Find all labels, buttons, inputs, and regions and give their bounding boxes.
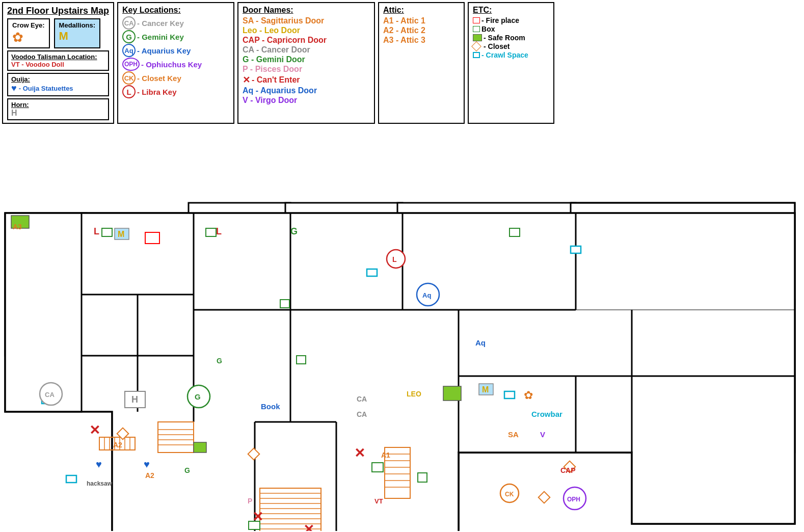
svg-rect-62 <box>443 386 461 401</box>
legend-crow-eye: 2nd Floor Upstairs Map Crow Eye: ✿ Medal… <box>2 2 114 124</box>
door-v: V - Virgo Door <box>243 96 370 105</box>
svg-text:CA: CA <box>357 410 367 418</box>
crow-eye-icon: ✿ <box>12 30 45 45</box>
svg-text:A1: A1 <box>381 451 390 459</box>
svg-rect-68 <box>102 228 112 236</box>
svg-rect-72 <box>372 463 383 472</box>
ouija-label: Ouija: <box>11 75 105 83</box>
svg-text:P: P <box>248 497 252 505</box>
aq-label: - Aquarius Key <box>137 46 191 55</box>
svg-text:CK: CK <box>505 491 514 498</box>
svg-text:SA: SA <box>508 430 519 439</box>
svg-rect-73 <box>418 473 427 482</box>
svg-text:A2: A2 <box>145 471 154 480</box>
l-circle: L <box>122 85 136 98</box>
svg-text:M: M <box>118 230 124 238</box>
svg-text:G: G <box>195 392 201 401</box>
svg-text:G: G <box>184 466 190 474</box>
horn-value: H <box>11 109 105 118</box>
svg-rect-69 <box>206 228 216 236</box>
fireplace-label: - Fire place <box>481 16 519 24</box>
oph-label: - Ophiuchus Key <box>141 60 202 69</box>
svg-text:G: G <box>217 357 222 365</box>
svg-rect-64 <box>66 475 76 483</box>
svg-text:Crowbar: Crowbar <box>531 410 562 418</box>
svg-text:✕: ✕ <box>303 522 314 531</box>
svg-text:CA: CA <box>357 395 367 403</box>
g-label: - Gemini Key <box>137 33 184 41</box>
svg-text:LEO: LEO <box>407 390 421 398</box>
svg-text:✕: ✕ <box>89 422 100 438</box>
svg-text:H: H <box>131 394 138 405</box>
door-cap: CAP - Capricorn Door <box>243 36 370 45</box>
door-sa: SA - Sagittarius Door <box>243 16 370 25</box>
key-ck: CK - Closet Key <box>122 71 229 85</box>
key-locations-title: Key Locations: <box>122 6 229 15</box>
voodoo-value: VT - Voodoo Doll <box>11 61 105 68</box>
svg-text:L: L <box>392 255 397 263</box>
svg-text:VT: VT <box>374 497 383 505</box>
etc-fireplace: - Fire place <box>473 16 549 24</box>
box-label: Box <box>481 25 495 33</box>
svg-text:A3: A3 <box>13 223 22 231</box>
door-leo: Leo - Leo Door <box>243 26 370 35</box>
door-g: G - Gemini Door <box>243 55 370 64</box>
svg-text:Aq: Aq <box>475 338 486 347</box>
key-g: G - Gemini Key <box>122 30 229 43</box>
svg-text:Aq: Aq <box>422 291 431 299</box>
attic-3: A3 - Attic 3 <box>383 36 460 45</box>
horn-box: Horn: H <box>7 98 109 120</box>
safe-room-label: - Safe Room <box>484 34 525 42</box>
medallions-value: M <box>59 30 96 43</box>
svg-text:CAP: CAP <box>560 466 576 474</box>
door-ca: CA - Cancer Door <box>243 45 370 55</box>
ouija-box: Ouija: ♥ - Ouija Statuettes <box>7 73 109 96</box>
ouija-value: ♥ - Ouija Statuettes <box>11 83 105 94</box>
voodoo-box: Voodoo Talisman Location: VT - Voodoo Do… <box>7 50 109 71</box>
ca-circle: CA <box>122 16 136 30</box>
svg-rect-127 <box>194 442 206 453</box>
svg-text:A2: A2 <box>113 441 122 449</box>
svg-text:CA: CA <box>45 391 55 398</box>
door-p: P - Pisces Door <box>243 65 370 74</box>
closet-icon <box>471 41 481 51</box>
oph-circle: OPH <box>122 58 140 71</box>
safe-room-icon <box>473 34 482 41</box>
svg-text:Book: Book <box>261 402 280 411</box>
crawl-space-icon <box>473 52 480 58</box>
medallions-label: Medallions: <box>59 21 96 29</box>
door-names-title: Door Names: <box>243 6 370 15</box>
svg-rect-70 <box>280 300 289 308</box>
svg-rect-76 <box>145 232 159 244</box>
ck-circle: CK <box>122 71 136 85</box>
etc-crawl-space: - Crawl Space <box>473 51 549 59</box>
l-label: - Libra Key <box>137 88 177 96</box>
svg-text:✿: ✿ <box>524 389 533 402</box>
etc-box-item: Box <box>473 25 549 33</box>
key-aq: Aq - Aquarius Key <box>122 44 229 57</box>
door-aq: Aq - Aquarius Door <box>243 86 370 95</box>
medallions-box: Medallions: M <box>54 18 101 48</box>
svg-text:✕: ✕ <box>252 509 263 524</box>
map-title: 2nd Floor Upstairs Map <box>7 6 109 16</box>
svg-rect-67 <box>504 391 515 398</box>
etc-closet: - Closet <box>473 42 549 50</box>
box-icon <box>473 26 480 32</box>
key-ca: CA - Cancer Key <box>122 16 229 30</box>
etc-box: ETC: - Fire place Box - Safe Room - Clos… <box>468 2 554 124</box>
key-l: L - Libra Key <box>122 85 229 98</box>
door-names-box: Door Names: SA - Sagittarius Door Leo - … <box>237 2 375 124</box>
attic-box: Attic: A1 - Attic 1 A2 - Attic 2 A3 - At… <box>378 2 465 124</box>
key-oph: OPH - Ophiuchus Key <box>122 58 229 71</box>
svg-text:G: G <box>290 226 298 236</box>
g-circle: G <box>122 30 136 43</box>
fireplace-icon <box>473 17 480 23</box>
svg-rect-75 <box>510 228 520 236</box>
attic-title: Attic: <box>383 6 460 15</box>
ca-label: - Cancer Key <box>137 19 184 28</box>
svg-text:✕: ✕ <box>354 445 365 461</box>
svg-text:L: L <box>94 226 99 236</box>
svg-text:hacksaw: hacksaw <box>87 480 113 487</box>
legend-area: 2nd Floor Upstairs Map Crow Eye: ✿ Medal… <box>2 2 802 124</box>
voodoo-label: Voodoo Talisman Location: <box>11 53 105 61</box>
